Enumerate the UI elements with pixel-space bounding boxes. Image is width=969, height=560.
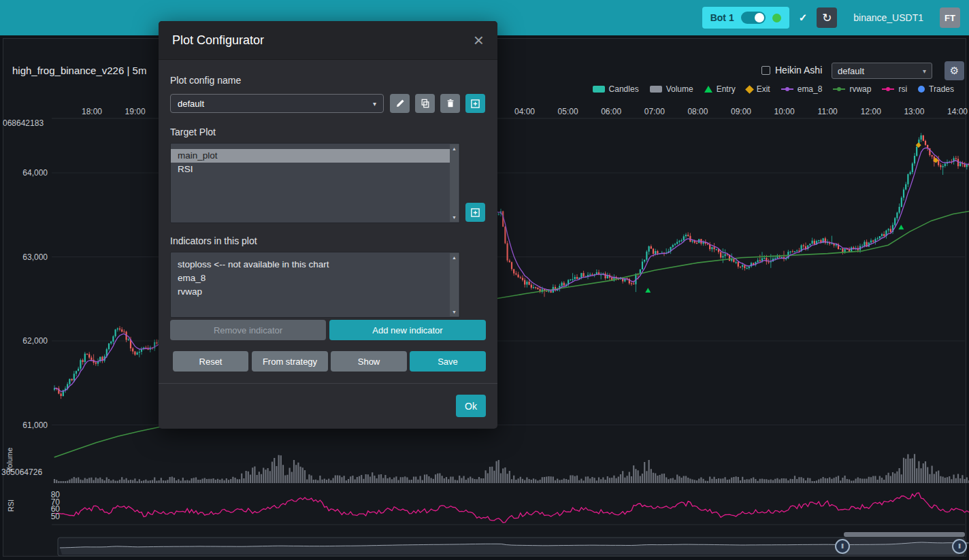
legend-item-ema_8[interactable]: ema_8: [781, 84, 823, 94]
plot-configurator-modal: Plot Configurator × Plot config name def…: [159, 21, 497, 429]
legend-label: rsi: [898, 84, 907, 94]
indicators-listbox[interactable]: stoploss <-- not available in this chart…: [170, 252, 460, 318]
candles-legend-icon: [593, 86, 605, 93]
user-avatar[interactable]: FT: [940, 7, 960, 28]
duplicate-config-button[interactable]: [415, 94, 435, 113]
exit-legend-icon: [745, 85, 754, 94]
chart-legend: CandlesVolumeEntryExitema_8rvwaprsiTrade…: [593, 84, 954, 94]
bot-name-label: Bot 1: [710, 12, 734, 23]
ema_8-legend-icon: [781, 86, 793, 93]
legend-item-entry[interactable]: Entry: [704, 84, 736, 94]
pause-icon: ‖: [841, 543, 844, 550]
target-plot-item[interactable]: main_plot: [171, 149, 450, 163]
bot-selector[interactable]: Bot 1: [702, 7, 789, 29]
ok-button[interactable]: Ok: [456, 395, 486, 417]
legend-label: Exit: [757, 84, 770, 94]
config-name-select[interactable]: default ▾: [170, 94, 384, 113]
close-icon[interactable]: ×: [474, 31, 484, 49]
legend-item-exit[interactable]: Exit: [746, 84, 770, 94]
listbox-scrollbar[interactable]: ▲ ▼: [450, 144, 459, 222]
legend-item-rsi[interactable]: rsi: [882, 84, 907, 94]
instance-name: binance_USDT1: [853, 12, 923, 23]
indicator-item[interactable]: rvwap: [171, 285, 450, 299]
plot-config-select-value: default: [838, 66, 864, 76]
legend-label: Trades: [929, 84, 954, 94]
plot-config-select[interactable]: default ▾: [832, 63, 932, 79]
target-plot-label: Target Plot: [170, 127, 216, 137]
chevron-down-icon: ▾: [373, 100, 376, 108]
modal-title: Plot Configurator: [172, 33, 264, 48]
legend-label: Entry: [717, 84, 736, 94]
reset-button[interactable]: Reset: [173, 351, 248, 372]
bot-toggle[interactable]: [741, 12, 766, 24]
pencil-icon: [395, 99, 405, 108]
rsi-legend-icon: [882, 86, 894, 93]
plus-square-icon: [470, 99, 480, 109]
toggle-knob: [755, 13, 764, 22]
heikin-ashi-checkbox[interactable]: [761, 66, 770, 75]
legend-item-trades[interactable]: Trades: [918, 84, 954, 94]
legend-label: Candles: [609, 84, 639, 94]
bot-online-indicator: [772, 14, 781, 22]
scroll-down-icon: ▼: [452, 310, 457, 314]
check-icon: ✓: [799, 12, 808, 24]
add-config-button[interactable]: [465, 94, 485, 113]
delete-config-button[interactable]: [440, 94, 460, 113]
plus-square-icon: [470, 208, 480, 218]
indicator-item[interactable]: ema_8: [171, 271, 450, 285]
rsi-axis-label: RSI: [7, 495, 15, 516]
rename-config-button[interactable]: [390, 94, 410, 113]
refresh-icon: ↻: [822, 11, 832, 25]
datazoom-right-handle[interactable]: ‖: [952, 539, 967, 554]
volume-axis-value-label: 305064726: [1, 467, 42, 477]
scroll-up-icon: ▲: [452, 146, 457, 151]
show-button[interactable]: Show: [331, 351, 407, 372]
legend-label: Volume: [666, 84, 693, 94]
legend-label: ema_8: [798, 84, 823, 94]
legend-label: rvwap: [849, 84, 871, 94]
indicators-label: Indicators in this plot: [170, 235, 257, 246]
trades-legend-icon: [918, 86, 925, 93]
entry-legend-icon: [704, 86, 712, 93]
plot-settings-button[interactable]: ⚙: [945, 61, 964, 80]
strategy-title: high_frog_binance_v226 | 5m: [12, 65, 146, 76]
from-strategy-button[interactable]: From strategy: [252, 351, 328, 372]
config-name-select-value: default: [178, 99, 204, 109]
indicator-item[interactable]: stoploss <-- not available in this chart: [171, 258, 450, 271]
heikin-ashi-label: Heikin Ashi: [775, 65, 822, 76]
legend-item-candles[interactable]: Candles: [593, 84, 639, 94]
target-plot-item[interactable]: RSI: [171, 163, 450, 176]
add-new-indicator-button[interactable]: Add new indicator: [329, 320, 486, 340]
target-plot-listbox[interactable]: main_plotRSI ▲ ▼: [170, 143, 460, 223]
y-axis-max-label: 068642183: [3, 118, 44, 128]
legend-item-volume[interactable]: Volume: [650, 84, 693, 94]
chevron-down-icon: ▾: [923, 67, 926, 75]
add-target-plot-button[interactable]: [465, 203, 485, 222]
listbox-scrollbar[interactable]: ▲ ▼: [450, 253, 459, 316]
legend-item-rvwap[interactable]: rvwap: [833, 84, 871, 94]
rvwap-legend-icon: [833, 86, 845, 93]
gear-icon: ⚙: [950, 65, 959, 77]
config-name-label: Plot config name: [170, 75, 241, 86]
datazoom-left-handle[interactable]: ‖: [835, 539, 850, 554]
modal-header: Plot Configurator ×: [159, 21, 497, 60]
modal-footer-divider: [159, 383, 497, 384]
save-button[interactable]: Save: [410, 351, 486, 372]
remove-indicator-button[interactable]: Remove indicator: [170, 320, 326, 340]
chart-horizontal-scrollbar[interactable]: [844, 532, 965, 537]
refresh-button[interactable]: ↻: [817, 7, 837, 28]
pause-icon: ‖: [958, 543, 961, 550]
scroll-down-icon: ▼: [452, 215, 457, 220]
copy-icon: [421, 99, 430, 108]
volume-legend-icon: [650, 86, 662, 93]
scroll-up-icon: ▲: [452, 255, 457, 260]
trash-icon: [446, 99, 455, 108]
